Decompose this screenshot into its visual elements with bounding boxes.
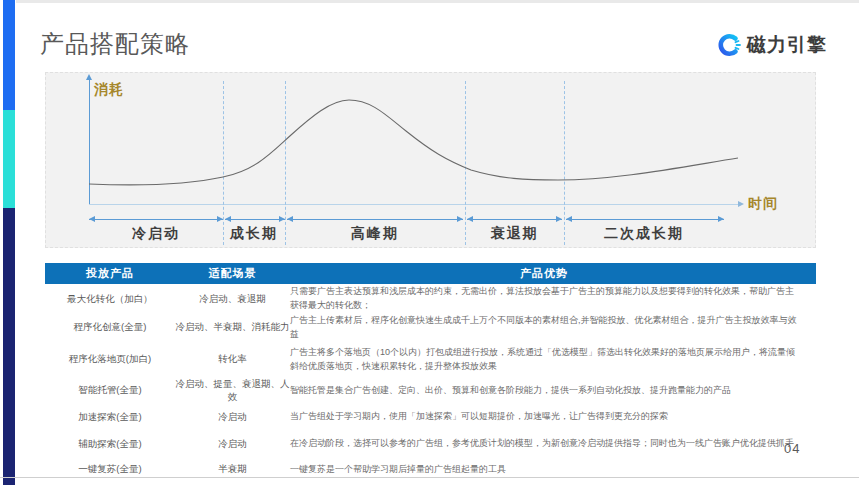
consumption-curve bbox=[46, 73, 817, 249]
cell-scene: 冷启动、衰退期 bbox=[175, 293, 290, 306]
slide: 产品搭配策略 磁力引擎 消耗 时间 bbox=[0, 0, 859, 485]
cell-advantage: 在冷启动阶段，选择可以参考的广告组，参考优质计划的模型，为新创意冷启动提供指导；… bbox=[290, 437, 816, 451]
left-stripe-navy bbox=[3, 208, 15, 485]
page-number: 04 bbox=[784, 441, 800, 456]
cell-scene: 冷启动、半衰期、消耗能力 bbox=[175, 321, 290, 334]
cell-advantage: 智能托管是集合广告创建、定向、出价、预算和创意各阶段能力，提供一系列自动化投放、… bbox=[290, 384, 816, 398]
phase-divider-4 bbox=[564, 81, 565, 245]
phase-label-growth: 成长期 bbox=[223, 225, 285, 243]
magnetic-engine-logo-icon bbox=[716, 32, 742, 58]
x-axis-label: 时间 bbox=[748, 195, 778, 213]
phase-divider-3 bbox=[465, 81, 466, 245]
phase-label-peak: 高峰期 bbox=[285, 225, 465, 243]
cell-scene: 转化率 bbox=[175, 353, 290, 366]
phase-span-arrow bbox=[89, 219, 223, 220]
phase-span-arrow bbox=[287, 219, 463, 220]
top-divider bbox=[16, 0, 859, 3]
x-axis-arrowhead bbox=[738, 201, 744, 207]
left-stripe-blue bbox=[3, 0, 15, 110]
table-header-row: 投放产品 适配场景 产品优势 bbox=[45, 263, 816, 284]
bottom-divider bbox=[0, 477, 859, 478]
cell-advantage: 只需要广告主表达预算和浅层成本的约束，无需出价，算法投放会基于广告主的预算能力以… bbox=[290, 285, 816, 313]
cell-advantage: 当广告组处于学习期内，使用「加速探索」可以短期提价，加速曝光，让广告得到更充分的… bbox=[290, 410, 816, 424]
cell-advantage: 广告主将多个落地页（10个以内）打包成组进行投放，系统通过「优选模型」筛选出转化… bbox=[290, 346, 816, 374]
y-axis-label: 消耗 bbox=[94, 81, 124, 99]
table-row: 程序化创意(全量) 冷启动、半衰期、消耗能力 广告主上传素材后，程序化创意快速生… bbox=[45, 314, 816, 342]
cell-scene: 半衰期 bbox=[175, 463, 290, 476]
cell-product: 辅助探索(全量) bbox=[45, 438, 175, 451]
cell-product: 程序化落地页(加白) bbox=[45, 353, 175, 366]
phase-span-arrow bbox=[225, 219, 285, 220]
cell-product: 程序化创意(全量) bbox=[45, 321, 175, 334]
cell-product: 加速探索(全量) bbox=[45, 411, 175, 424]
phase-label-cold-start: 冷启动 bbox=[89, 225, 223, 243]
x-axis bbox=[89, 204, 738, 205]
header-scene: 适配场景 bbox=[175, 266, 290, 281]
phase-span-arrow bbox=[566, 219, 724, 220]
phase-label-second-growth: 二次成长期 bbox=[564, 225, 724, 243]
phase-divider-2 bbox=[285, 81, 286, 245]
phase-divider-1 bbox=[223, 81, 224, 245]
table-row: 加速探索(全量) 冷启动 当广告组处于学习期内，使用「加速探索」可以短期提价，加… bbox=[45, 404, 816, 431]
cell-product: 最大化转化（加白） bbox=[45, 293, 175, 306]
table-row: 一键复苏(全量) 半衰期 一键复苏是一个帮助学习期后掉量的广告组起量的工具 bbox=[45, 458, 816, 482]
lifecycle-chart: 消耗 时间 冷启动 成长期 高峰期 衰退期 二次成长期 bbox=[45, 72, 816, 248]
cell-advantage: 一键复苏是一个帮助学习期后掉量的广告组起量的工具 bbox=[290, 463, 816, 477]
cell-scene: 冷启动 bbox=[175, 438, 290, 451]
cell-advantage: 广告主上传素材后，程序化创意快速生成成千上万个不同版本的素材组合,并智能投放、优… bbox=[290, 314, 816, 342]
left-stripe-cyan bbox=[3, 110, 15, 208]
table-row: 智能托管(全量) 冷启动、提量、衰退期、人效 智能托管是集合广告创建、定向、出价… bbox=[45, 378, 816, 404]
cell-product: 智能托管(全量) bbox=[45, 384, 175, 397]
brand-logo: 磁力引擎 bbox=[716, 32, 827, 58]
header-product: 投放产品 bbox=[45, 266, 175, 281]
phase-span-arrow bbox=[467, 219, 562, 220]
cell-product: 一键复苏(全量) bbox=[45, 463, 175, 476]
header-advantage: 产品优势 bbox=[290, 266, 816, 281]
phase-label-decline: 衰退期 bbox=[465, 225, 564, 243]
y-axis bbox=[89, 79, 90, 204]
table-row: 辅助探索(全量) 冷启动 在冷启动阶段，选择可以参考的广告组，参考优质计划的模型… bbox=[45, 431, 816, 458]
cell-scene: 冷启动、提量、衰退期、人效 bbox=[175, 378, 290, 404]
table-row: 最大化转化（加白） 冷启动、衰退期 只需要广告主表达预算和浅层成本的约束，无需出… bbox=[45, 284, 816, 314]
page-title: 产品搭配策略 bbox=[40, 28, 190, 60]
cell-scene: 冷启动 bbox=[175, 411, 290, 424]
product-table: 投放产品 适配场景 产品优势 最大化转化（加白） 冷启动、衰退期 只需要广告主表… bbox=[45, 263, 816, 482]
table-row: 程序化落地页(加白) 转化率 广告主将多个落地页（10个以内）打包成组进行投放，… bbox=[45, 342, 816, 378]
brand-logo-text: 磁力引擎 bbox=[747, 32, 827, 58]
y-axis-arrowhead bbox=[86, 74, 92, 80]
